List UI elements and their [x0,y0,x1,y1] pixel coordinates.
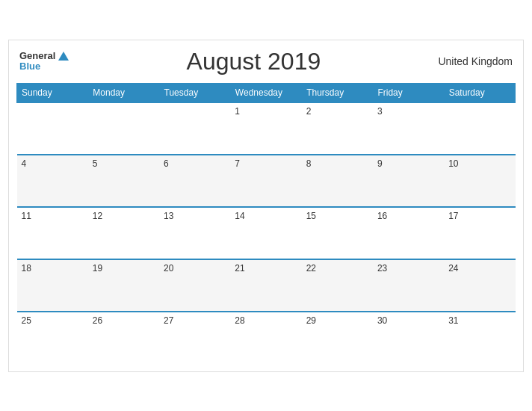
logo-triangle-icon [58,52,69,61]
header-friday: Friday [373,83,444,102]
day-number: 6 [164,158,169,169]
day-number: 25 [22,315,31,326]
day-number: 26 [93,315,102,326]
calendar-day-cell: 13 [159,207,230,259]
calendar-day-cell: 7 [230,155,301,207]
calendar-week-row: 18192021222324 [17,259,516,312]
day-number: 29 [306,315,316,326]
day-number: 14 [235,211,244,221]
calendar-day-cell: 15 [302,207,373,259]
header-sunday: Sunday [17,83,88,102]
day-number: 31 [448,315,458,326]
header-tuesday: Tuesday [159,83,230,102]
header-thursday: Thursday [302,83,373,102]
day-number: 24 [448,263,458,274]
header-saturday: Saturday [444,83,515,102]
calendar-day-cell: 2 [302,102,373,155]
calendar-day-cell: 20 [159,259,230,312]
day-number: 10 [448,158,458,169]
calendar-day-cell [88,102,159,155]
calendar-week-row: 123 [17,102,516,155]
calendar-day-cell: 6 [159,155,230,207]
day-number: 9 [377,158,383,169]
calendar-day-cell: 30 [373,312,444,364]
calendar-day-cell: 26 [88,312,159,364]
calendar-day-cell: 3 [373,102,444,155]
calendar-week-row: 45678910 [17,155,516,207]
calendar-day-cell [17,102,88,155]
logo-general-text: General [19,51,55,61]
calendar-header: General Blue August 2019 United Kingdom [16,48,516,75]
day-number: 27 [164,315,173,326]
calendar-week-row: 11121314151617 [17,207,516,259]
calendar-day-cell: 29 [302,312,373,364]
day-number: 8 [306,158,312,169]
calendar-day-cell: 5 [88,155,159,207]
calendar-day-cell: 17 [444,207,515,259]
day-number: 3 [377,106,383,117]
calendar-day-cell: 1 [230,102,301,155]
day-number: 12 [93,211,102,221]
calendar-day-cell: 22 [302,259,373,312]
calendar-day-cell: 4 [17,155,88,207]
day-number: 16 [377,211,387,221]
calendar-container: General Blue August 2019 United Kingdom … [8,40,524,372]
calendar-region: United Kingdom [438,55,513,67]
calendar-day-cell: 8 [302,155,373,207]
header-monday: Monday [88,83,159,102]
day-number: 17 [448,211,458,221]
weekday-header-row: Sunday Monday Tuesday Wednesday Thursday… [17,83,516,102]
calendar-day-cell: 23 [373,259,444,312]
day-number: 28 [235,315,244,326]
logo-blue-text: Blue [19,61,40,72]
calendar-title: August 2019 [187,48,321,75]
calendar-day-cell: 14 [230,207,301,259]
calendar-day-cell: 18 [17,259,88,312]
day-number: 4 [22,158,27,169]
day-number: 18 [22,263,31,274]
calendar-table: Sunday Monday Tuesday Wednesday Thursday… [16,83,516,364]
header-wednesday: Wednesday [230,83,301,102]
calendar-day-cell [444,102,515,155]
day-number: 23 [377,263,387,274]
day-number: 20 [164,263,173,274]
day-number: 22 [306,263,316,274]
day-number: 15 [306,211,316,221]
day-number: 2 [306,106,312,117]
calendar-day-cell: 25 [17,312,88,364]
day-number: 11 [22,211,31,221]
calendar-day-cell: 16 [373,207,444,259]
calendar-day-cell: 19 [88,259,159,312]
calendar-day-cell: 28 [230,312,301,364]
day-number: 21 [235,263,244,274]
day-number: 19 [93,263,102,274]
calendar-day-cell: 11 [17,207,88,259]
day-number: 30 [377,315,387,326]
calendar-day-cell [159,102,230,155]
calendar-day-cell: 27 [159,312,230,364]
logo: General Blue [19,51,69,72]
calendar-day-cell: 31 [444,312,515,364]
day-number: 5 [93,158,98,169]
calendar-day-cell: 9 [373,155,444,207]
day-number: 1 [235,106,240,117]
day-number: 7 [235,158,240,169]
day-number: 13 [164,211,173,221]
calendar-day-cell: 12 [88,207,159,259]
calendar-week-row: 25262728293031 [17,312,516,364]
calendar-day-cell: 21 [230,259,301,312]
calendar-day-cell: 10 [444,155,515,207]
calendar-day-cell: 24 [444,259,515,312]
